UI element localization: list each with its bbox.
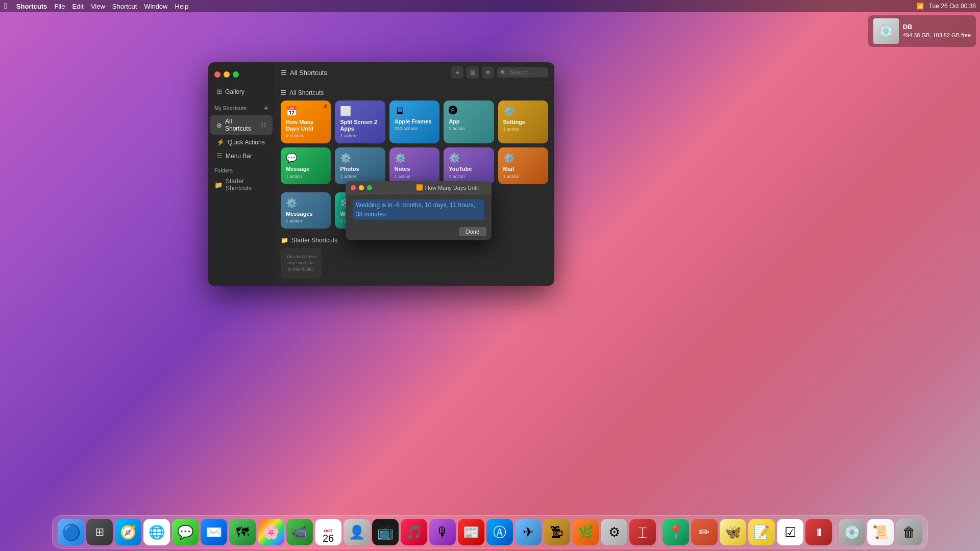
menu-file[interactable]: File [55, 3, 65, 10]
hdd-info: DB 494.38 GB, 103.82 GB free [903, 22, 971, 40]
dock-item-podcasts[interactable]: 🎙 [429, 519, 456, 545]
apple-menu[interactable]:  [4, 2, 7, 11]
sidebar-item-gallery[interactable]: ⊞ Gallery [210, 85, 273, 98]
shortcut-card-split-screen[interactable]: ⬜ Split Screen 2 Apps 1 action [335, 101, 385, 143]
shortcut-card-messages[interactable]: ⚙️ Messages 1 action [281, 192, 331, 229]
add-shortcut-toolbar-button[interactable]: + [451, 66, 463, 79]
dock-item-facetime[interactable]: 📹 [286, 519, 313, 545]
sub-close-button[interactable] [351, 185, 356, 190]
card-icon: 🖥 [395, 106, 434, 116]
dock: 🔵 ⊞ 🧭 🌐 💬 ✉️ 🗺 🌸 📹 OCT 26 👤 📺 🎵 🎙 📰 [52, 515, 928, 549]
menu-bar-icon: ☰ [216, 152, 223, 160]
menu-bar-label: Menu Bar [226, 153, 252, 160]
folder-icon: 📁 [214, 181, 223, 189]
card-name: Split Screen 2 Apps [340, 119, 380, 132]
sidebar: ⊞ Gallery My Shortcuts + ⊛ All Shortcuts… [208, 62, 275, 286]
shortcut-card-youtube[interactable]: ⚙️ YouTube 1 action [444, 147, 494, 184]
list-view-button[interactable]: ≡ [482, 66, 494, 79]
dock-item-mail[interactable]: ✉️ [201, 519, 227, 545]
shortcut-card-how-many-days[interactable]: ⚙ 📅 How Many Days Until 4 actions [281, 101, 331, 143]
menu-shortcut[interactable]: Shortcut [112, 3, 137, 10]
card-name: Apple Frames [395, 118, 434, 125]
all-shortcuts-count: 12 [261, 122, 266, 128]
dock-item-maps[interactable]: 🗺 [229, 519, 256, 545]
card-icon: ⚙️ [286, 197, 326, 209]
dock-item-appstore[interactable]: Ⓐ [486, 519, 513, 545]
dock-item-safari[interactable]: 🧭 [115, 519, 141, 545]
dock-item-finder[interactable]: 🔵 [58, 519, 84, 545]
dock-item-keka[interactable]: 🗜 [544, 519, 570, 545]
sidebar-item-starter-shortcuts[interactable]: 📁 Starter Shortcuts [208, 176, 275, 194]
sub-window-titlebar: 🟧 How Many Days Until [346, 181, 492, 194]
dock-item-chrome[interactable]: 🌐 [143, 519, 170, 545]
menu-view[interactable]: View [91, 3, 105, 10]
dock-item-launchpad[interactable]: ⊞ [86, 519, 113, 545]
dock-item-mela2[interactable]: 🦋 [720, 519, 746, 545]
dock-item-findmy[interactable]: 📍 [663, 519, 689, 545]
sidebar-item-menu-bar[interactable]: ☰ Menu Bar [210, 149, 273, 162]
dock-item-scripteditor[interactable]: 📜 [867, 519, 894, 545]
dock-item-reminders[interactable]: ☑ [777, 519, 803, 545]
card-icon: ⚙️ [395, 153, 434, 164]
search-input[interactable] [497, 67, 548, 78]
dock-item-music[interactable]: 🎵 [401, 519, 427, 545]
shortcut-card-photos[interactable]: ⚙️ Photos 1 action [335, 147, 385, 184]
dock-item-magnet[interactable]: ⌶ [629, 519, 656, 545]
dock-item-contacts[interactable]: 👤 [344, 519, 370, 545]
all-shortcuts-icon: ⊛ [216, 121, 222, 129]
all-shortcuts-label: All Shortcuts [225, 118, 258, 132]
dock-item-calendar[interactable]: OCT 26 [315, 519, 341, 545]
sidebar-item-quick-actions[interactable]: ⚡ Quick Actions [210, 136, 273, 148]
shortcut-card-message[interactable]: 💬 Message 1 action [281, 147, 331, 184]
dock-item-hdd[interactable]: 💿 [839, 519, 865, 545]
maximize-button[interactable] [233, 71, 239, 78]
menu-help[interactable]: Help [175, 3, 189, 10]
dock-item-shortcuts[interactable]: ||| [805, 519, 832, 545]
menu-window[interactable]: Window [144, 3, 167, 10]
dock-item-news[interactable]: 📰 [458, 519, 484, 545]
done-button[interactable]: Done [459, 227, 486, 236]
gallery-label: Gallery [225, 88, 244, 95]
dock-item-mela[interactable]: 🌿 [572, 519, 599, 545]
menu-edit[interactable]: Edit [72, 3, 83, 10]
folders-header: Folders [208, 163, 275, 176]
card-actions: 1 action [340, 133, 380, 138]
add-shortcut-button[interactable]: + [264, 104, 268, 113]
shortcut-card-app[interactable]: 🅐 App 1 action [444, 101, 494, 143]
card-actions: 1 action [503, 174, 543, 179]
shortcuts-grid: ⚙ 📅 How Many Days Until 4 actions ⬜ Spli… [281, 101, 548, 184]
folders-label: Folders [214, 168, 233, 173]
card-actions: 1 action [449, 174, 488, 179]
card-name: How Many Days Until [286, 119, 326, 132]
shortcut-card-settings[interactable]: ⚙️ Settings 1 action [498, 101, 548, 143]
card-actions: 1 action [503, 127, 543, 132]
card-name: Photos [340, 166, 380, 172]
menubar-right: 📶 Tue 26 Oct 00:38 [916, 3, 976, 10]
close-button[interactable] [214, 71, 220, 78]
shortcut-card-mail[interactable]: ⚙️ Mail 1 action [498, 147, 548, 184]
dock-item-trash[interactable]: 🗑 [896, 519, 922, 545]
toolbar-actions: + ⊞ ≡ [451, 66, 548, 79]
app-name[interactable]: Shortcuts [16, 3, 47, 10]
dock-item-photos[interactable]: 🌸 [258, 519, 284, 545]
section-folder-icon: ☰ [281, 89, 286, 96]
dock-item-appletv[interactable]: 📺 [372, 519, 399, 545]
sidebar-item-all-shortcuts[interactable]: ⊛ All Shortcuts 12 [210, 115, 273, 135]
dock-item-sketchbook[interactable]: ✏ [691, 519, 718, 545]
card-name: Mail [503, 166, 543, 172]
dock-item-notes[interactable]: 📝 [748, 519, 775, 545]
quick-actions-icon: ⚡ [216, 138, 225, 146]
main-toolbar: ☰ All Shortcuts + ⊞ ≡ [275, 62, 554, 83]
sub-window-title: 🟧 How Many Days Until [416, 184, 479, 191]
dock-item-system-prefs[interactable]: ⚙ [601, 519, 627, 545]
grid-view-button[interactable]: ⊞ [467, 66, 479, 79]
dock-divider2 [835, 525, 836, 545]
sub-window-result-text: Wedding is in -6 months, 10 days, 11 hou… [353, 199, 484, 220]
dock-item-messages[interactable]: 💬 [172, 519, 199, 545]
shortcut-card-apple-frames[interactable]: 🖥 Apple Frames 310 actions [389, 101, 439, 143]
sub-minimize-button[interactable] [359, 185, 364, 190]
sub-maximize-button[interactable] [367, 185, 372, 190]
minimize-button[interactable] [224, 71, 230, 78]
shortcut-card-notes[interactable]: ⚙️ Notes 1 action [389, 147, 439, 184]
dock-item-testflight[interactable]: ✈ [515, 519, 542, 545]
